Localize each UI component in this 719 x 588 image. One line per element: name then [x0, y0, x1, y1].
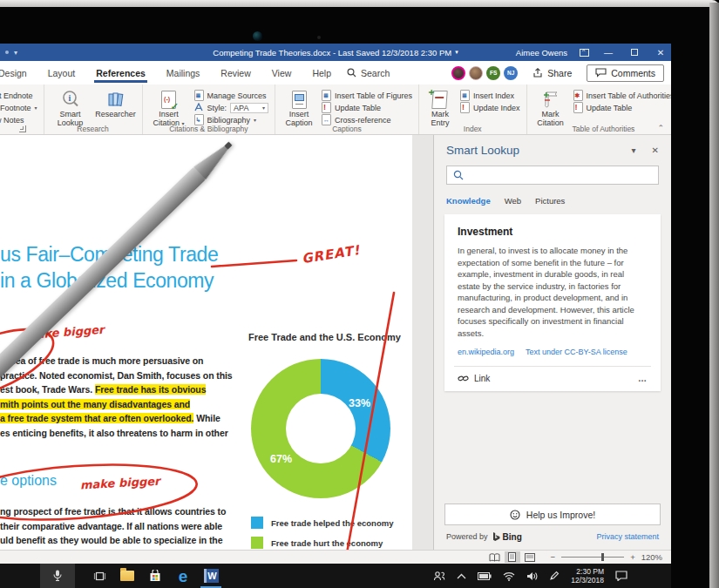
volume-icon[interactable]: [526, 571, 538, 581]
show-notes-button[interactable]: Show Notes: [0, 114, 37, 125]
wikipedia-link[interactable]: en.wikipedia.org: [458, 348, 514, 356]
read-mode-icon[interactable]: [487, 551, 503, 563]
pane-search-input[interactable]: [446, 166, 659, 185]
paragraph-1: e idea of free trade is much more persua…: [0, 354, 233, 440]
chart-legend: Free trade helped the economy Free trade…: [251, 517, 393, 549]
insert-index-button[interactable]: ≣Insert Index: [460, 90, 520, 101]
avatar[interactable]: [451, 66, 465, 80]
ribbon-group-research: i Smart Lookup Researcher Research: [44, 84, 142, 134]
next-footnote-button[interactable]: Next Footnote▾: [0, 102, 37, 113]
edge-button[interactable]: e: [169, 564, 197, 588]
zoom-slider-thumb[interactable]: [601, 553, 604, 561]
license-link[interactable]: Text under CC-BY-SA license: [526, 348, 627, 356]
tab-pictures[interactable]: Pictures: [535, 196, 565, 206]
style-icon: [194, 103, 204, 112]
captions-group-label: Captions: [275, 125, 418, 133]
ribbon-display-options-icon[interactable]: [580, 49, 589, 57]
update-index-button[interactable]: !Update Index: [460, 102, 520, 113]
zoom-out-button[interactable]: −: [551, 552, 556, 562]
action-center-icon[interactable]: [615, 571, 627, 581]
mark-citation-button[interactable]: Mark Citation: [533, 89, 568, 127]
tab-mailings[interactable]: Mailings: [156, 61, 211, 84]
people-icon[interactable]: [433, 571, 445, 581]
update-table-icon: !: [322, 102, 331, 113]
collapse-ribbon-icon[interactable]: ⌃: [657, 124, 664, 132]
style-value: APA: [234, 104, 248, 112]
pane-close-icon[interactable]: ✕: [652, 145, 659, 155]
avatar[interactable]: FS: [486, 66, 500, 80]
title-caret[interactable]: ▾: [455, 49, 458, 56]
wifi-icon[interactable]: [503, 571, 515, 581]
share-icon: [532, 68, 543, 78]
tab-design[interactable]: Design: [0, 61, 37, 84]
update-table-toa-button[interactable]: !Update Table: [573, 102, 672, 113]
comments-button[interactable]: Comments: [587, 64, 664, 82]
update-table-button[interactable]: !Update Table: [322, 102, 412, 113]
task-view-button[interactable]: [85, 564, 113, 588]
mark-entry-button[interactable]: + Mark Entry: [425, 89, 455, 127]
tab-view[interactable]: View: [261, 61, 302, 84]
ribbon-group-captions: Insert Caption ≣Insert Table of Figures …: [275, 84, 418, 134]
zoom-in-button[interactable]: +: [630, 552, 635, 562]
avatar[interactable]: [469, 66, 483, 80]
avatar[interactable]: NJ: [504, 66, 518, 80]
tab-references[interactable]: References: [85, 61, 156, 84]
manage-sources-button[interactable]: ≣Manage Sources: [194, 90, 269, 101]
smart-lookup-button[interactable]: i Smart Lookup: [51, 89, 91, 127]
print-layout-icon[interactable]: [505, 551, 520, 563]
microsoft-store-button[interactable]: [141, 564, 169, 588]
pen-settings-icon[interactable]: [549, 571, 560, 581]
insert-citation-button[interactable]: (-)✓ Insert Citation ▾: [149, 89, 189, 128]
show-hidden-icons-chevron[interactable]: [457, 573, 466, 579]
webcam: [253, 31, 262, 41]
insert-citation-icon: (-)✓: [161, 89, 176, 110]
smiley-icon: [510, 510, 520, 520]
file-explorer-button[interactable]: [113, 564, 141, 588]
privacy-statement-link[interactable]: Privacy statement: [596, 532, 659, 541]
insert-table-of-figures-button[interactable]: ≣Insert Table of Figures: [322, 90, 412, 101]
bing-logo-icon: [492, 531, 501, 542]
word-button[interactable]: W: [197, 564, 225, 588]
search-icon: [347, 68, 356, 78]
document-subheading: e options: [0, 473, 57, 489]
insert-endnote-button[interactable]: Insert Endnote: [0, 90, 37, 101]
title-bar: ▾ Competing Trade Theories.docx - Last S…: [0, 44, 671, 61]
more-actions-icon[interactable]: …: [638, 374, 648, 383]
insert-caption-button[interactable]: Insert Caption: [281, 89, 316, 127]
battery-icon[interactable]: [478, 572, 492, 580]
zoom-level[interactable]: 120%: [641, 552, 662, 562]
task-view-icon: [93, 571, 106, 582]
researcher-button[interactable]: Researcher: [96, 89, 136, 118]
insert-table-of-authorities-button[interactable]: ✱Insert Table of Authorities: [573, 90, 672, 101]
tab-layout[interactable]: Layout: [37, 61, 86, 84]
document-page[interactable]: us Fair–Competing Trade in a Globalized …: [0, 135, 412, 550]
dialog-launcher-icon[interactable]: [19, 125, 26, 132]
share-button[interactable]: Share: [525, 65, 580, 81]
link-action[interactable]: Link: [474, 374, 490, 383]
content-area: us Fair–Competing Trade in a Globalized …: [0, 135, 671, 550]
microphone-icon: [53, 570, 62, 582]
tab-web[interactable]: Web: [505, 196, 521, 206]
tab-help[interactable]: Help: [302, 61, 342, 84]
microphone-button[interactable]: [40, 564, 75, 588]
word-icon: W: [204, 569, 219, 583]
search-box[interactable]: Search: [347, 68, 390, 78]
donut-hole: [286, 394, 356, 463]
ink-annotation-make-bigger-2: make bigger: [80, 475, 160, 492]
tab-review[interactable]: Review: [210, 61, 261, 84]
pane-dropdown-icon[interactable]: ▾: [632, 145, 636, 155]
signed-in-user[interactable]: Aimee Owens: [516, 48, 567, 57]
citation-style-selector[interactable]: Style: APA▾: [194, 102, 269, 113]
zoom-slider[interactable]: [561, 557, 624, 558]
clock[interactable]: 2:30 PM 12/3/2018: [571, 567, 604, 585]
restore-button[interactable]: [627, 48, 641, 57]
web-layout-icon[interactable]: [522, 551, 538, 563]
help-us-improve-button[interactable]: Help us Improve!: [444, 504, 661, 525]
minimize-button[interactable]: —: [601, 48, 615, 57]
comments-icon: [595, 68, 607, 78]
tab-knowledge[interactable]: Knowledge: [446, 196, 491, 206]
chart-title: Free Trade and the U.S. Economy: [248, 332, 401, 342]
close-button[interactable]: ✕: [654, 48, 668, 57]
research-group-label: Research: [44, 125, 142, 133]
ribbon-tab-row: Design Layout References Mailings Review…: [0, 61, 671, 84]
